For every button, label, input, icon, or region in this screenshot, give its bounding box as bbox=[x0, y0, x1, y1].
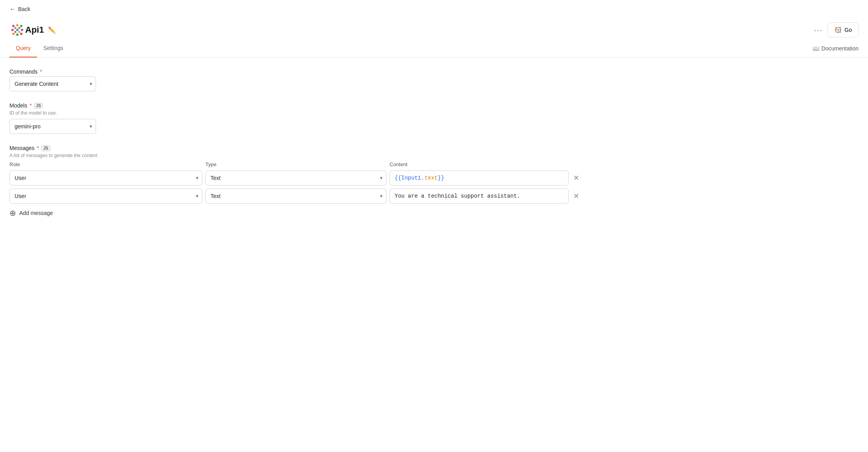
svg-point-6 bbox=[12, 33, 15, 35]
content-field-1[interactable]: {{Input1.text}} bbox=[390, 170, 569, 185]
book-icon: 📖 bbox=[813, 45, 819, 52]
app-title: Api1 bbox=[25, 25, 44, 35]
go-logo-icon bbox=[834, 26, 842, 34]
messages-label: Messages* JS bbox=[9, 145, 581, 151]
type-select-2[interactable]: Text Image bbox=[205, 189, 386, 204]
role-select-1[interactable]: User Model bbox=[9, 170, 202, 185]
content-brace-open-1: {{Input1. bbox=[395, 175, 425, 181]
back-button[interactable]: ← Back bbox=[9, 6, 30, 13]
tab-query[interactable]: Query bbox=[9, 39, 37, 57]
svg-point-11 bbox=[15, 31, 17, 33]
svg-point-19 bbox=[835, 31, 837, 33]
add-icon: ⊕ bbox=[9, 208, 16, 218]
go-label: Go bbox=[844, 27, 852, 33]
models-select-wrapper: gemini-pro gemini-pro-vision ▾ bbox=[9, 119, 96, 134]
messages-desc: A list of messages to generate the conte… bbox=[9, 153, 581, 158]
col-header-role: Role bbox=[9, 161, 202, 167]
add-message-button[interactable]: ⊕ Add message bbox=[9, 207, 53, 219]
svg-point-14 bbox=[837, 27, 839, 28]
svg-point-5 bbox=[21, 29, 23, 31]
svg-point-20 bbox=[837, 31, 839, 33]
commands-required: * bbox=[40, 69, 42, 75]
add-message-label: Add message bbox=[19, 210, 53, 216]
content-field-2[interactable] bbox=[390, 189, 569, 204]
svg-point-18 bbox=[840, 29, 841, 31]
commands-section: Commands* Generate Content ▾ bbox=[9, 69, 581, 91]
svg-point-17 bbox=[837, 29, 839, 31]
svg-point-13 bbox=[835, 27, 837, 29]
role-select-2[interactable]: User Model bbox=[9, 189, 202, 204]
messages-section: Messages* JS A list of messages to gener… bbox=[9, 145, 581, 219]
type-select-wrapper-2: Text Image ▾ bbox=[205, 189, 386, 204]
svg-point-12 bbox=[18, 31, 20, 33]
models-label: Models* JS bbox=[9, 102, 581, 109]
svg-point-4 bbox=[16, 29, 18, 31]
documentation-link[interactable]: 📖 Documentation bbox=[813, 45, 859, 52]
back-label: Back bbox=[18, 6, 30, 12]
svg-point-16 bbox=[835, 29, 837, 31]
role-select-wrapper-2: User Model ▾ bbox=[9, 189, 202, 204]
type-select-wrapper-1: Text Image ▾ bbox=[205, 170, 386, 185]
commands-select-wrapper: Generate Content ▾ bbox=[9, 76, 96, 91]
more-options-button[interactable]: ··· bbox=[814, 26, 823, 35]
models-desc: ID of the model to use. bbox=[9, 110, 581, 116]
svg-point-8 bbox=[20, 33, 22, 35]
messages-js-badge: JS bbox=[41, 145, 50, 151]
messages-required: * bbox=[37, 145, 39, 151]
models-js-badge: JS bbox=[34, 103, 43, 109]
commands-select[interactable]: Generate Content bbox=[9, 76, 96, 91]
remove-message-button-2[interactable]: ✕ bbox=[572, 190, 581, 202]
svg-point-21 bbox=[839, 31, 841, 33]
back-arrow-icon: ← bbox=[9, 6, 16, 13]
type-select-1[interactable]: Text Image bbox=[205, 170, 386, 185]
models-required: * bbox=[30, 102, 31, 109]
role-select-wrapper-1: User Model ▾ bbox=[9, 170, 202, 185]
col-header-content: Content bbox=[390, 161, 581, 167]
go-button[interactable]: Go bbox=[827, 22, 859, 37]
svg-point-3 bbox=[11, 29, 14, 31]
svg-point-2 bbox=[20, 25, 22, 27]
message-row: User Model ▾ Text Image ▾ ✕ bbox=[9, 189, 581, 204]
svg-point-15 bbox=[839, 27, 841, 29]
svg-point-0 bbox=[12, 25, 15, 27]
col-header-type: Type bbox=[205, 161, 386, 167]
svg-point-10 bbox=[18, 27, 20, 29]
svg-point-9 bbox=[15, 27, 17, 29]
svg-point-7 bbox=[16, 33, 18, 36]
svg-point-1 bbox=[16, 24, 18, 26]
edit-icon[interactable]: ✏️ bbox=[48, 26, 56, 34]
remove-message-button-1[interactable]: ✕ bbox=[572, 172, 581, 184]
content-brace-close-1: }} bbox=[438, 175, 444, 181]
tab-settings[interactable]: Settings bbox=[37, 39, 70, 57]
models-section: Models* JS ID of the model to use. gemin… bbox=[9, 102, 581, 134]
content-field-name-1: text bbox=[425, 175, 438, 181]
commands-label: Commands* bbox=[9, 69, 581, 75]
models-select[interactable]: gemini-pro gemini-pro-vision bbox=[9, 119, 96, 134]
message-row: User Model ▾ Text Image ▾ {{Input1.text}… bbox=[9, 170, 581, 185]
app-logo bbox=[9, 22, 25, 38]
